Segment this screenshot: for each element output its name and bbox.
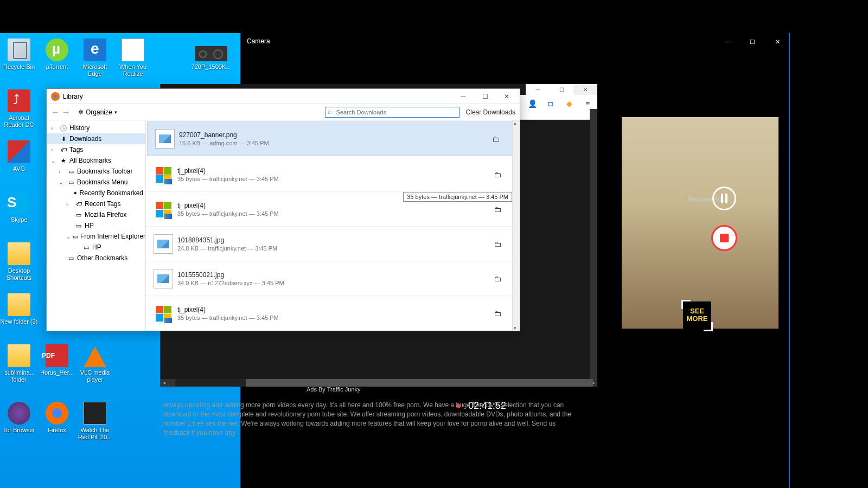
tree-item-other-bookmarks[interactable]: ▭Other Bookmarks [47, 253, 145, 264]
image-file-icon [154, 269, 173, 288]
desktop-icon-subliminal[interactable]: 'sublimina... folder [0, 344, 38, 383]
desktop-icon-horus[interactable]: Horus_Her... [38, 344, 76, 376]
open-folder-icon[interactable]: 🗀 [494, 240, 505, 248]
browser-vscroll[interactable] [590, 109, 597, 379]
exe-file-icon [154, 200, 173, 219]
download-meta: 35 bytes — trafficjunky.net — 3:45 PM [177, 210, 494, 217]
close-button[interactable]: ✕ [765, 33, 790, 50]
account-icon[interactable]: 👤 [527, 98, 538, 109]
open-folder-icon[interactable]: 🗀 [494, 274, 505, 283]
browser-maximize[interactable]: ☐ [550, 84, 573, 95]
desktop-icon-skype[interactable]: Skype [0, 191, 38, 223]
desktop-icon-avg[interactable]: AVG [0, 140, 38, 172]
tree-item-all-bookmarks[interactable]: ⌄★All Bookmarks [47, 155, 145, 166]
tree-item-recent-tags[interactable]: ›🏷Recent Tags [47, 198, 145, 209]
tree-label: Mozilla Firefox [85, 211, 126, 219]
lib-vscroll[interactable] [512, 120, 520, 331]
open-folder-icon[interactable]: 🗀 [494, 170, 505, 179]
download-item[interactable]: 1018884351.jpg24.8 KB — trafficjunky.net… [146, 227, 520, 261]
tree-type-icon: ★ [60, 157, 67, 164]
dropdown-icon: ▾ [114, 110, 117, 115]
gear-icon: ✲ [78, 108, 84, 116]
lib-minimize[interactable]: ─ [458, 93, 469, 100]
tree-item-bookmarks-menu[interactable]: ⌄▭Bookmarks Menu [47, 177, 145, 188]
desktop-icon-tor[interactable]: Tor Browser [0, 402, 38, 434]
tree-arrow-icon: › [66, 201, 73, 207]
hscroll-thumb[interactable] [246, 379, 593, 387]
download-item[interactable]: 1015550021.jpg34.9 KB — n1272adserv.xyz … [146, 261, 520, 296]
download-item[interactable]: tj_pixel(4)35 bytes — trafficjunky.net —… [146, 157, 520, 192]
desktop-icon-vlc[interactable]: VLC media player [76, 344, 114, 383]
desktop-icon-utorrent[interactable]: µTorrent [38, 38, 76, 70]
tree-label: All Bookmarks [69, 157, 111, 164]
stop-record-button[interactable] [711, 225, 737, 251]
open-folder-icon[interactable]: 🗀 [494, 205, 505, 214]
tree-label: Bookmarks Toolbar [77, 168, 133, 175]
camera-preview [622, 117, 778, 329]
download-item[interactable]: tj_pixel(4)35 bytes — trafficjunky.net —… [146, 296, 520, 331]
nav-forward[interactable]: → [62, 107, 71, 117]
library-title: Library [63, 93, 83, 100]
tree-arrow-icon: ⌄ [51, 158, 58, 164]
extension-icon[interactable]: ◘ [545, 98, 556, 109]
library-window: Library ─ ☐ ✕ ← → ✲ Organize ▾ Clear Dow… [46, 88, 520, 331]
tree-label: Bookmarks Menu [77, 178, 127, 186]
maximize-button[interactable]: ☐ [740, 33, 765, 50]
desktop-icon-edge[interactable]: Microsoft Edge [76, 38, 114, 78]
lib-maximize[interactable]: ☐ [480, 93, 490, 100]
tree-type-icon: ✦ [73, 189, 78, 197]
tree-item-tags[interactable]: ›🏷Tags [47, 144, 145, 155]
tree-type-icon: ▭ [73, 233, 78, 240]
desktop-icon-720p[interactable]: 720P_1500K... [188, 38, 234, 70]
library-toolbar: ← → ✲ Organize ▾ Clear Downloads [47, 104, 520, 120]
tree-arrow-icon: › [51, 147, 58, 153]
clear-downloads-link[interactable]: Clear Downloads [466, 108, 515, 116]
scroll-left[interactable]: ◂ [160, 379, 168, 387]
tree-item-from-internet-explorer[interactable]: ⌄▭From Internet Explorer [47, 231, 145, 242]
desktop-icon-redpill[interactable]: Watch The Red Pill 20... [76, 402, 114, 441]
exe-file-icon [154, 165, 173, 184]
tree-item-hp[interactable]: ▭HP [47, 220, 145, 231]
tree-label: Recently Bookmarked [80, 189, 143, 197]
tree-type-icon: 🏷 [75, 200, 82, 208]
desktop-icon-newfolder3[interactable]: New folder (3) [0, 293, 38, 325]
tree-item-bookmarks-toolbar[interactable]: ›▭Bookmarks Toolbar [47, 166, 145, 177]
tree-label: Tags [69, 146, 83, 153]
desktop-icon-acrobat[interactable]: Acrobat Reader DC [0, 89, 38, 129]
download-meta: 34.9 KB — n1272adserv.xyz — 3:45 PM [177, 280, 494, 286]
search-downloads-input[interactable] [325, 107, 459, 118]
tree-item-downloads[interactable]: ⬇Downloads [47, 133, 145, 144]
library-sidebar: ›🕓History⬇Downloads›🏷Tags⌄★All Bookmarks… [47, 120, 146, 331]
desktop-icon-firefox[interactable]: Firefox [38, 402, 76, 434]
download-name: tj_pixel(4) [177, 167, 494, 175]
see-more-overlay[interactable]: SEEMORE [683, 301, 711, 330]
download-name: 1015550021.jpg [177, 271, 494, 279]
tree-item-hp[interactable]: ▭HP [47, 242, 145, 253]
tree-type-icon: ▭ [67, 178, 75, 186]
image-file-icon [154, 234, 173, 254]
open-folder-icon[interactable]: 🗀 [492, 134, 503, 143]
tree-item-mozilla-firefox[interactable]: ▭Mozilla Firefox [47, 209, 145, 220]
open-folder-icon[interactable]: 🗀 [494, 309, 505, 318]
lib-close[interactable]: ✕ [501, 93, 512, 100]
organize-menu[interactable]: ✲ Organize ▾ [78, 108, 117, 116]
note-icon[interactable]: ◆ [564, 98, 575, 109]
camera-titlebar[interactable]: Camera ─ ☐ ✕ [240, 33, 790, 50]
download-item[interactable]: 927007_banner.png16.6 KB — adtng.com — 3… [147, 121, 519, 156]
library-titlebar[interactable]: Library ─ ☐ ✕ [47, 89, 520, 104]
tree-label: Downloads [69, 135, 101, 143]
tree-item-recently-bookmarked[interactable]: ✦Recently Bookmarked [47, 188, 145, 198]
desktop-icon-whenyou[interactable]: When You Realize [114, 38, 152, 78]
nav-back[interactable]: ← [51, 107, 60, 117]
minimize-button[interactable]: ─ [715, 33, 740, 50]
desktop-icon-recycle-bin[interactable]: Recycle Bin [0, 38, 38, 70]
desktop-icon-shortcuts[interactable]: Desktop Shortcuts [0, 242, 38, 281]
browser-close[interactable]: ✕ [573, 84, 597, 95]
browser-hscroll[interactable]: ◂ ▸ [160, 379, 597, 387]
firefox-icon [51, 92, 60, 101]
downloads-list: 927007_banner.png16.6 KB — adtng.com — 3… [146, 120, 520, 331]
menu-icon[interactable]: ≡ [582, 98, 593, 109]
browser-minimize[interactable]: ─ [526, 84, 550, 95]
tree-item-history[interactable]: ›🕓History [47, 123, 145, 133]
pause-button[interactable] [712, 187, 736, 210]
